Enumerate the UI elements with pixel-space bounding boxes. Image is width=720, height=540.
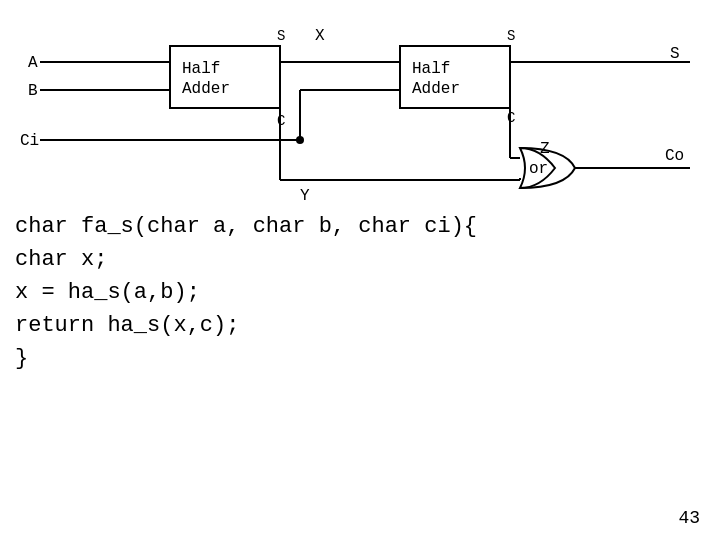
or-gate-label: or (529, 160, 548, 178)
half-adder-2-label-line2: Adder (412, 80, 460, 98)
label-S-out: S (670, 45, 680, 63)
junction-ci (296, 136, 304, 144)
circuit-diagram: text { font-family: 'Courier New', Couri… (10, 10, 710, 210)
label-Ci: Ci (20, 132, 39, 150)
label-C1: C (277, 113, 285, 129)
code-section: char fa_s(char a, char b, char ci){ char… (15, 210, 477, 375)
code-line-2: char x; (15, 243, 477, 276)
label-Y: Y (300, 187, 310, 205)
label-B: B (28, 82, 38, 100)
label-A: A (28, 54, 38, 72)
label-C2: C (507, 110, 515, 126)
label-S1: S (277, 28, 285, 44)
code-line-4: return ha_s(x,c); (15, 309, 477, 342)
half-adder-2-label-line1: Half (412, 60, 450, 78)
label-Co: Co (665, 147, 684, 165)
page-number: 43 (678, 508, 700, 528)
code-line-3: x = ha_s(a,b); (15, 276, 477, 309)
code-line-1: char fa_s(char a, char b, char ci){ (15, 210, 477, 243)
label-X: X (315, 27, 325, 45)
label-S2-top: S (507, 28, 515, 44)
half-adder-1-label-line2: Adder (182, 80, 230, 98)
half-adder-1-label-line1: Half (182, 60, 220, 78)
code-line-5: } (15, 342, 477, 375)
